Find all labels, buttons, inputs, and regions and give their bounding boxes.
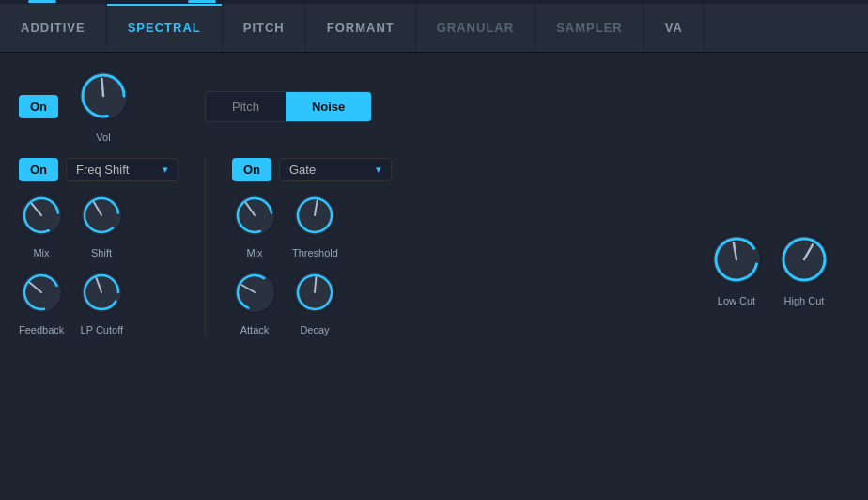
low-cut-label: Low Cut [718,295,755,306]
freq-shift-mix-label: Mix [33,247,49,258]
high-cut-knob-container: High Cut [778,233,830,306]
vol-knob-container: Vol [77,70,130,143]
lp-cutoff-knob-container: LP Cutoff [79,270,124,336]
gate-knobs-top: Mix Threshold [232,193,392,258]
attack-label: Attack [240,324,270,336]
row2: On Freq Shift ▾ Mix [19,158,849,336]
attack-knob[interactable] [232,270,277,315]
high-cut-label: High Cut [784,295,825,306]
tab-bar: ADDITIVE SPECTRAL PITCH FORMANT GRANULAR… [0,4,868,53]
decay-knob-container: Decay [292,270,337,336]
decay-label: Decay [300,324,329,336]
feedback-knob[interactable] [19,270,64,315]
freq-shift-mix-knob[interactable] [19,193,64,238]
separator [205,158,206,336]
decay-knob[interactable] [292,270,337,315]
threshold-label: Threshold [292,247,338,258]
tab-pitch[interactable]: PITCH [223,4,306,52]
freq-shift-knobs-top: Mix Shift [19,193,178,258]
lp-cutoff-label: LP Cutoff [81,324,123,336]
filter-section: Low Cut High Cut [710,233,830,306]
vol-knob[interactable] [77,70,130,122]
freq-shift-shift-knob[interactable] [79,193,124,238]
noise-button[interactable]: Noise [286,92,371,121]
pitch-button[interactable]: Pitch [206,92,286,121]
low-cut-knob[interactable] [710,233,763,286]
feedback-knob-container: Feedback [19,270,64,336]
row1: On Vol Pitch Noise [19,70,849,143]
gate-mix-knob[interactable] [232,193,277,238]
gate-arrow-icon: ▾ [376,164,381,176]
lp-cutoff-knob[interactable] [79,270,124,315]
attack-knob-container: Attack [232,270,277,336]
gate-on-button[interactable]: On [232,158,271,181]
freq-shift-shift-knob-container: Shift [79,193,124,258]
freq-shift-mix-knob-container: Mix [19,193,64,258]
freq-shift-arrow-icon: ▾ [163,164,168,176]
low-cut-knob-container: Low Cut [710,233,763,306]
tab-additive[interactable]: ADDITIVE [0,4,107,52]
gate-mix-label: Mix [246,247,262,258]
main-panel: On Vol Pitch Noise On Freq Shift ▾ [0,53,868,500]
freq-shift-group: On Freq Shift ▾ Mix [19,158,178,336]
svg-line-26 [315,277,316,292]
threshold-knob-container: Threshold [292,193,338,258]
freq-shift-dropdown[interactable]: Freq Shift ▾ [66,158,178,181]
svg-line-2 [101,79,103,96]
tab-sampler[interactable]: SAMPLER [535,4,644,52]
freq-shift-on-button[interactable]: On [19,158,58,181]
threshold-knob[interactable] [292,193,337,238]
gate-header: On Gate ▾ [232,158,392,181]
feedback-label: Feedback [19,324,64,336]
pitch-noise-group: Pitch Noise [205,91,372,122]
gate-dropdown[interactable]: Gate ▾ [279,158,392,181]
tab-formant[interactable]: FORMANT [306,4,416,52]
vol-label: Vol [96,132,110,143]
filter-knobs: Low Cut High Cut [710,233,830,306]
high-cut-knob[interactable] [778,233,830,286]
freq-shift-shift-label: Shift [91,247,112,258]
gate-mix-knob-container: Mix [232,193,277,258]
freq-shift-header: On Freq Shift ▾ [19,158,178,181]
vol-on-button[interactable]: On [19,95,58,118]
tab-granular[interactable]: GRANULAR [416,4,535,52]
freq-shift-knobs-bottom: Feedback LP Cutoff [19,270,178,336]
gate-group: On Gate ▾ Mix [232,158,392,336]
tab-va[interactable]: VA [644,4,705,52]
tab-spectral[interactable]: SPECTRAL [107,4,223,52]
gate-knobs-bottom: Attack Decay [232,270,392,336]
